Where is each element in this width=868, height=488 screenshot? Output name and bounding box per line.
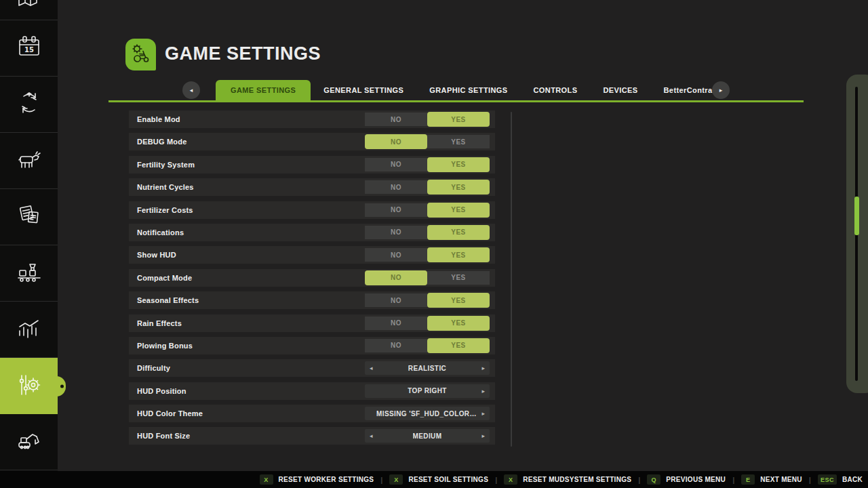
select-value: REALISTIC — [408, 365, 446, 372]
select-prev-arrow-icon[interactable]: ◂ — [370, 432, 373, 439]
page-scrollbar[interactable] — [846, 75, 868, 393]
hotkey-previous-menu[interactable]: QPREVIOUS MENU — [647, 474, 726, 485]
toggle-yes-button[interactable]: YES — [427, 180, 490, 195]
tab-graphic-settings[interactable]: GRAPHIC SETTINGS — [429, 80, 507, 100]
tab-game-settings[interactable]: GAME SETTINGS — [216, 80, 311, 100]
toggle-no-button[interactable]: NO — [365, 180, 427, 194]
chevron-left-icon: ◂ — [190, 87, 193, 94]
setting-row-hud-font-size: HUD Font Size◂MEDIUM▸ — [129, 427, 495, 445]
select-next-arrow-icon[interactable]: ▸ — [481, 365, 485, 371]
toggle-control: NOYES — [365, 113, 490, 126]
toggle-no-button[interactable]: NO — [365, 317, 427, 330]
sidebar-item-settings[interactable] — [0, 358, 58, 414]
select-value: MISSING 'SF_HUD_COLOR_1' L.. — [376, 410, 478, 418]
setting-label: Compact Mode — [137, 274, 192, 282]
sidebar-item-contracts[interactable] — [0, 189, 58, 245]
footer-separator: | — [638, 476, 640, 484]
toggle-yes-button[interactable]: YES — [427, 247, 490, 262]
select-next-arrow-icon[interactable]: ▸ — [481, 410, 485, 417]
toggle-control: NOYES — [365, 248, 490, 262]
tabs-prev-button[interactable]: ◂ — [182, 81, 200, 99]
toggle-control: NOYES — [365, 226, 490, 239]
select-next-arrow-icon[interactable]: ▸ — [481, 432, 485, 439]
contracts-icon — [15, 201, 43, 232]
tab-devices[interactable]: DEVICES — [603, 80, 637, 100]
toggle-control: NOYES — [365, 339, 490, 352]
toggle-no-button[interactable]: NO — [365, 339, 427, 352]
tabs-next-button[interactable]: ▸ — [712, 81, 730, 99]
settings-sliders-gear-icon — [15, 371, 43, 402]
sidebar-item-crop-rotation[interactable] — [0, 77, 58, 133]
setting-label: HUD Font Size — [137, 432, 190, 440]
select-control: ◂MEDIUM▸ — [365, 429, 490, 443]
toggle-no-button[interactable]: NO — [365, 270, 427, 285]
toggle-no-button[interactable]: NO — [365, 203, 427, 217]
active-item-notch — [56, 376, 66, 396]
hotkey-label: RESET MUDSYSTEM SETTINGS — [523, 476, 631, 483]
toggle-no-button[interactable]: NO — [365, 113, 427, 126]
setting-row-notifications: NotificationsNOYES — [129, 224, 495, 241]
tab-controls[interactable]: CONTROLS — [534, 80, 578, 100]
select-box[interactable]: ◂MEDIUM▸ — [365, 429, 490, 443]
toggle-yes-button[interactable]: YES — [427, 157, 490, 172]
hotkey-label: NEXT MENU — [760, 476, 802, 483]
crop-rotation-icon — [15, 89, 43, 120]
page-icon-badge — [125, 39, 156, 70]
toggle-yes-button[interactable]: YES — [427, 203, 490, 218]
setting-label: Notifications — [137, 228, 184, 237]
sidebar-item-production[interactable] — [0, 245, 58, 302]
settings-list: Enable ModNOYESDEBUG ModeNOYESFertility … — [129, 110, 495, 450]
setting-row-difficulty: Difficulty◂REALISTIC▸ — [129, 359, 495, 377]
key-badge: X — [389, 474, 403, 485]
hotkey-back[interactable]: ESCBACK — [818, 474, 863, 485]
select-box[interactable]: TOP RIGHT▸ — [365, 384, 490, 398]
toggle-no-button[interactable]: NO — [365, 134, 427, 149]
setting-row-seasonal-effects: Seasonal EffectsNOYES — [129, 291, 495, 309]
sidebar-item-animals[interactable] — [0, 133, 58, 189]
select-prev-arrow-icon[interactable]: ◂ — [370, 365, 373, 371]
tab-bar: GAME SETTINGSGENERAL SETTINGSGRAPHIC SET… — [216, 80, 737, 100]
svg-text:15: 15 — [24, 46, 34, 54]
tab-general-settings[interactable]: GENERAL SETTINGS — [323, 80, 403, 100]
setting-label: Nutrient Cycles — [137, 183, 194, 191]
toggle-control: NOYES — [365, 317, 490, 330]
setting-row-debug-mode: DEBUG ModeNOYES — [129, 133, 495, 150]
toggle-no-button[interactable]: NO — [365, 293, 427, 307]
hotkey-reset-soil-settings[interactable]: XRESET SOIL SETTINGS — [389, 474, 488, 485]
toggle-yes-button[interactable]: YES — [427, 338, 490, 353]
hotkey-next-menu[interactable]: ENEXT MENU — [741, 474, 802, 485]
sidebar-item-map[interactable] — [0, 0, 58, 20]
setting-label: Enable Mod — [137, 115, 180, 123]
toggle-no-button[interactable]: NO — [365, 158, 427, 171]
select-next-arrow-icon[interactable]: ▸ — [481, 388, 485, 394]
toggle-yes-button[interactable]: YES — [427, 225, 490, 240]
scrollbar-thumb[interactable] — [854, 197, 859, 235]
key-badge: X — [504, 474, 517, 485]
key-badge: ESC — [818, 474, 837, 485]
select-box[interactable]: ◂REALISTIC▸ — [365, 361, 490, 375]
calendar-icon: 15 — [15, 33, 43, 64]
toggle-yes-button[interactable]: YES — [427, 271, 490, 285]
toggle-yes-button[interactable]: YES — [427, 135, 490, 148]
hotkey-reset-mudsystem-settings[interactable]: XRESET MUDSYSTEM SETTINGS — [504, 474, 631, 485]
sidebar-item-calendar[interactable]: 15 — [0, 20, 58, 77]
sidebar-item-statistics[interactable] — [0, 302, 58, 358]
setting-row-fertility-system: Fertility SystemNOYES — [129, 156, 495, 174]
list-scrollbar[interactable] — [511, 112, 512, 447]
toggle-yes-button[interactable]: YES — [427, 112, 490, 127]
setting-row-nutrient-cycles: Nutrient CyclesNOYES — [129, 178, 495, 196]
toggle-no-button[interactable]: NO — [365, 226, 427, 239]
toggle-no-button[interactable]: NO — [365, 248, 427, 262]
setting-label: Fertility System — [137, 161, 195, 169]
select-box[interactable]: MISSING 'SF_HUD_COLOR_1' L..▸ — [365, 407, 490, 420]
toggle-yes-button[interactable]: YES — [427, 293, 490, 308]
toggle-yes-button[interactable]: YES — [427, 316, 490, 331]
setting-row-hud-color-theme: HUD Color ThemeMISSING 'SF_HUD_COLOR_1' … — [129, 405, 495, 422]
hotkey-reset-worker-settings[interactable]: XRESET WORKER SETTINGS — [260, 474, 374, 485]
game-settings-screen: { "colors": { "accent_green": "#7eb22b",… — [0, 0, 868, 488]
setting-row-show-hud: Show HUDNOYES — [129, 246, 495, 264]
hotkey-label: BACK — [842, 476, 863, 483]
sidebar-item-construction[interactable] — [0, 414, 58, 470]
hotkey-bar: XRESET WORKER SETTINGS|XRESET SOIL SETTI… — [0, 471, 868, 488]
excavator-icon — [15, 426, 43, 458]
